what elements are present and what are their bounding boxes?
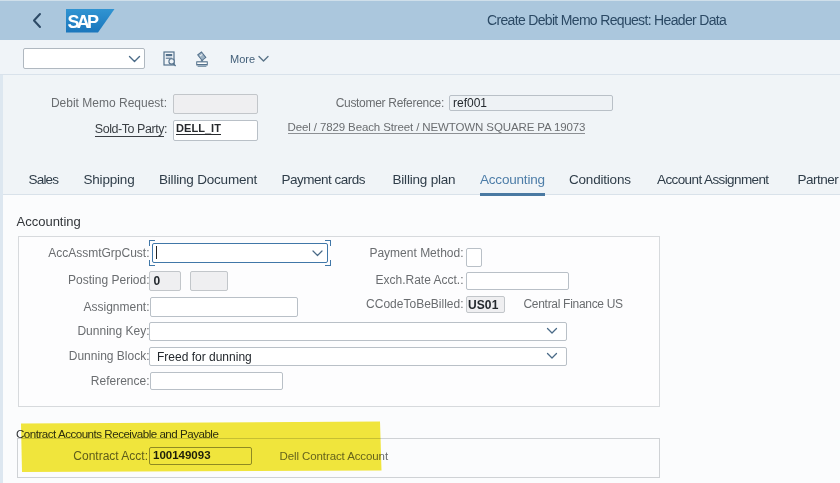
- svg-text:SAP: SAP: [68, 12, 100, 32]
